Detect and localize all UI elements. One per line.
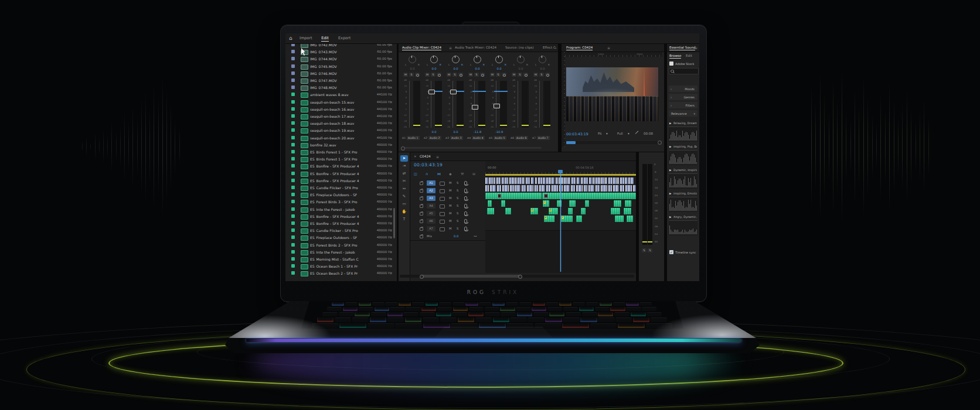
audio-clip[interactable] [581, 208, 586, 214]
track-mute-button[interactable]: M [449, 211, 451, 215]
media-row[interactable]: ES_Bonfire - SFX Producer 448000 Hz [285, 213, 397, 220]
voiceover-mic-icon[interactable] [464, 211, 467, 216]
mute-button[interactable]: M [512, 73, 516, 77]
audio-clip[interactable] [543, 200, 549, 207]
audio-clip[interactable] [614, 200, 621, 207]
audio-clip[interactable] [568, 208, 573, 214]
media-row[interactable]: seagull-on-beach 17.wav44100 Hz [285, 112, 397, 119]
home-icon[interactable]: ⌂ [289, 35, 292, 41]
track-header-A2[interactable]: A2MS [410, 187, 485, 195]
track-select-tool[interactable]: ⇥ [400, 163, 408, 169]
mute-button[interactable]: M [403, 73, 408, 77]
menu-tab-export[interactable]: Export [338, 36, 351, 40]
write-keyframes-icon[interactable] [480, 73, 485, 77]
fit-dropdown-chevron[interactable]: ▾ [606, 132, 608, 135]
track-solo-button[interactable]: S [457, 211, 458, 215]
audio-clip[interactable] [613, 185, 619, 192]
audio-clip[interactable] [505, 208, 511, 214]
media-row[interactable]: seagull-on-beach 19.wav44100 Hz [285, 127, 397, 134]
audio-clip[interactable] [589, 177, 592, 184]
source-assign-icon[interactable] [440, 227, 445, 231]
media-row[interactable]: IMG_0745.MOV60.00 fps [285, 63, 397, 70]
track-header-A3[interactable]: A3MS [410, 194, 485, 203]
audio-clip[interactable] [577, 177, 580, 184]
timeline-scrollbar-thumb[interactable] [421, 275, 520, 278]
audio-clip[interactable] [485, 177, 488, 184]
fader[interactable]: dB1580-4-7-12-18-25 [401, 80, 423, 129]
audio-clip[interactable] [510, 185, 513, 192]
audio-clip[interactable] [496, 177, 501, 184]
mixer-scrollbar[interactable] [401, 147, 542, 149]
solo-button[interactable]: S [409, 73, 414, 77]
track-header-A1[interactable]: A1MS [410, 179, 485, 187]
solo-button[interactable]: S [496, 73, 501, 77]
solo-button[interactable]: S [518, 73, 522, 77]
sound-result-item[interactable]: ▶Inspiring, Pop, Bea [669, 145, 697, 166]
voiceover-mic-icon[interactable] [464, 227, 467, 231]
track-header-A7[interactable]: A7MS [410, 225, 485, 233]
audio-clip[interactable] [581, 177, 583, 184]
channel-name[interactable]: Audio 3 [450, 136, 462, 140]
channel-name[interactable]: Audio 5 [494, 136, 506, 140]
audio-clip[interactable] [487, 208, 495, 214]
marker-icon[interactable]: ◆ [449, 172, 452, 176]
quality-dropdown-chevron[interactable]: ▾ [628, 132, 629, 135]
audio-clip[interactable] [625, 177, 627, 184]
snap-icon[interactable]: ∩ [426, 172, 428, 176]
audio-clip[interactable] [627, 216, 633, 222]
track-mute-button[interactable]: M [449, 219, 451, 223]
settings-wrench-icon[interactable]: ⚒ [461, 172, 464, 176]
tab-program[interactable]: Program: C0424 [566, 46, 593, 50]
track-target-chip[interactable]: A3 [427, 196, 435, 201]
audio-clip[interactable] [628, 177, 634, 184]
audio-clip[interactable] [564, 185, 570, 192]
audio-clip[interactable] [530, 208, 538, 214]
settings-wrench-icon[interactable] [635, 131, 642, 137]
sound-result-item[interactable]: ▶Angry, Dynamic, E [669, 215, 697, 236]
audio-clip[interactable] [588, 185, 594, 192]
audio-clip[interactable] [505, 177, 508, 184]
source-assign-icon[interactable] [440, 189, 445, 193]
fader[interactable]: dB1580-4-7-12-18-25 [488, 80, 510, 129]
close-icon[interactable]: ✕ [414, 155, 417, 158]
pen-tool[interactable]: ✎ [400, 193, 408, 200]
voiceover-mic-icon[interactable] [464, 219, 467, 223]
audio-clip[interactable] [593, 177, 594, 184]
media-row[interactable]: ES_Candle Flicker - SFX Pro48000 Hz [285, 184, 397, 191]
razor-tool[interactable]: ✄ [400, 178, 408, 184]
fader[interactable]: dB1580-4-7-12-18-25 [423, 80, 445, 129]
audio-clip[interactable] [531, 177, 534, 184]
relevance-dropdown[interactable]: Relevance ▾ [669, 110, 697, 117]
track-mute-button[interactable]: M [449, 204, 451, 207]
program-timecode[interactable]: 00:03:43:19 [566, 132, 588, 136]
audio-clip[interactable] [544, 216, 554, 222]
track-solo-button[interactable]: S [457, 196, 458, 200]
audio-clip[interactable] [611, 208, 620, 214]
hand-tool[interactable]: ✋ [400, 209, 408, 215]
rectangle-tool[interactable]: ▭ [400, 201, 408, 207]
audio-clip[interactable] [617, 177, 619, 184]
channel-name[interactable]: Audio 1 [407, 136, 419, 140]
category-moods[interactable]: ›Moods [669, 86, 697, 92]
audio-clip[interactable] [584, 177, 588, 184]
audio-clip[interactable] [625, 185, 632, 192]
media-row[interactable]: ES_Morning Mist - Staffan C48000 Hz [285, 255, 397, 262]
fader-handle[interactable] [450, 90, 457, 94]
audio-clip[interactable] [488, 200, 492, 207]
play-icon[interactable]: ▶ [669, 145, 672, 148]
pan-knob[interactable] [452, 56, 460, 63]
nest-icon[interactable]: ◫ [414, 172, 417, 176]
media-row[interactable]: IMG_0747.MOV60.00 fps [285, 77, 397, 84]
solo-button[interactable]: S [431, 73, 435, 77]
play-icon[interactable]: ▶ [669, 192, 672, 195]
media-row[interactable]: ambient waves 8.wav44100 Hz [285, 91, 397, 98]
audio-clip[interactable] [542, 193, 636, 199]
audio-clip[interactable] [633, 185, 636, 192]
audio-clip[interactable] [543, 177, 545, 184]
audio-clip[interactable] [620, 177, 624, 184]
audio-clip[interactable] [571, 185, 575, 192]
media-row[interactable]: ES_Candle Flicker - SFX Pro48000 Hz [285, 227, 397, 234]
audio-clip[interactable] [571, 177, 576, 184]
mute-button[interactable]: M [490, 73, 495, 77]
audio-clip[interactable] [535, 177, 537, 184]
